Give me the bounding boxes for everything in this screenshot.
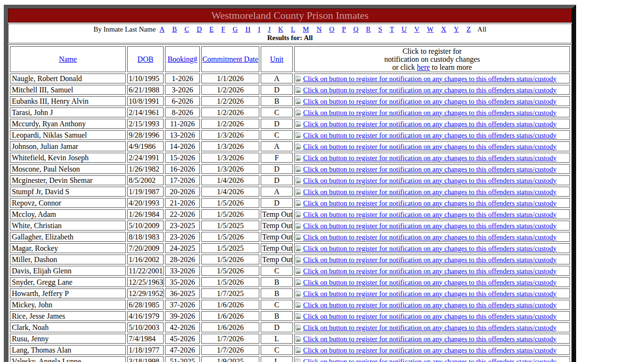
- letter-link-J[interactable]: J: [268, 25, 271, 33]
- notify-registration-link[interactable]: Click on button to register for notifica…: [296, 279, 557, 286]
- notify-registration-link[interactable]: Click on button to register for notifica…: [296, 211, 557, 218]
- notify-cell: Click on button to register for notifica…: [294, 96, 570, 106]
- letter-link-S[interactable]: S: [378, 25, 382, 33]
- letter-link-W[interactable]: W: [427, 25, 434, 33]
- inmate-name: Whitefield, Kevin Joseph: [10, 153, 126, 163]
- nav-prefix-label: By Inmate Last Name: [93, 25, 156, 33]
- letter-link-H[interactable]: H: [245, 25, 250, 33]
- notify-cell: Click on button to register for notifica…: [294, 255, 570, 264]
- letter-link-Z[interactable]: Z: [466, 25, 471, 33]
- letter-link-N[interactable]: N: [316, 25, 322, 33]
- notify-registration-link[interactable]: Click on button to register for notifica…: [296, 267, 557, 275]
- letter-link-T[interactable]: T: [390, 25, 394, 33]
- letter-link-C[interactable]: C: [184, 25, 189, 33]
- table-row: Whitefield, Kevin Joseph 2/24/1991 15-20…: [10, 153, 570, 163]
- notify-cell: Click on button to register for notifica…: [294, 288, 570, 298]
- learn-more-here-link[interactable]: here: [417, 63, 430, 71]
- inmate-booking-number: 15-2026: [165, 153, 200, 163]
- broken-image-icon[interactable]: [296, 358, 303, 362]
- notify-registration-link[interactable]: Click on button to register for notifica…: [296, 290, 557, 297]
- broken-image-icon[interactable]: [296, 324, 303, 331]
- letter-link-F[interactable]: F: [221, 25, 225, 33]
- broken-image-icon[interactable]: [296, 132, 303, 139]
- letter-link-Q[interactable]: Q: [353, 25, 358, 33]
- inmate-name: Repovz, Connor: [10, 198, 126, 208]
- notify-cell: Click on button to register for notifica…: [294, 198, 570, 208]
- notify-registration-link[interactable]: Click on button to register for notifica…: [296, 120, 557, 128]
- inmate-dob: 2/14/1961: [127, 107, 164, 117]
- inmate-name: Magar, Rockey: [10, 243, 126, 253]
- notify-registration-link[interactable]: Click on button to register for notifica…: [296, 165, 557, 173]
- letter-link-R[interactable]: R: [366, 25, 371, 33]
- letter-link-E[interactable]: E: [209, 25, 214, 33]
- notify-registration-link[interactable]: Click on button to register for notifica…: [296, 75, 557, 82]
- letter-link-O[interactable]: O: [329, 25, 334, 33]
- notify-registration-link[interactable]: Click on button to register for notifica…: [296, 109, 557, 116]
- broken-image-icon[interactable]: [296, 121, 303, 128]
- broken-image-icon[interactable]: [296, 75, 303, 82]
- letter-link-G[interactable]: G: [233, 25, 238, 33]
- notify-registration-link[interactable]: Click on button to register for notifica…: [296, 313, 557, 320]
- notify-registration-link[interactable]: Click on button to register for notifica…: [296, 177, 557, 184]
- letter-link-V[interactable]: V: [414, 25, 420, 33]
- letter-link-D[interactable]: D: [197, 25, 202, 33]
- notify-registration-link[interactable]: Click on button to register for notifica…: [296, 346, 557, 354]
- notify-registration-link[interactable]: Click on button to register for notifica…: [296, 233, 557, 241]
- broken-image-icon[interactable]: [296, 302, 303, 309]
- notify-header-line3-pre: or click: [392, 63, 415, 71]
- letter-link-B[interactable]: B: [172, 25, 177, 33]
- broken-image-icon[interactable]: [296, 166, 303, 173]
- results-label: Results for: All: [8, 33, 571, 42]
- notify-registration-link[interactable]: Click on button to register for notifica…: [296, 358, 557, 362]
- letter-link-K[interactable]: K: [278, 25, 283, 33]
- sort-commitment-date-link[interactable]: Commitment Date: [202, 55, 258, 63]
- notify-registration-link[interactable]: Click on button to register for notifica…: [296, 199, 557, 207]
- broken-image-icon[interactable]: [296, 143, 303, 150]
- broken-image-icon[interactable]: [296, 211, 303, 218]
- notify-registration-link[interactable]: Click on button to register for notifica…: [296, 143, 557, 150]
- broken-image-icon[interactable]: [296, 234, 303, 241]
- notify-registration-link[interactable]: Click on button to register for notifica…: [296, 245, 557, 252]
- notify-registration-link[interactable]: Click on button to register for notifica…: [296, 301, 557, 309]
- broken-image-icon[interactable]: [296, 222, 303, 230]
- broken-image-icon[interactable]: [296, 245, 303, 252]
- notify-registration-link[interactable]: Click on button to register for notifica…: [296, 86, 557, 94]
- broken-image-icon[interactable]: [296, 155, 303, 162]
- broken-image-icon[interactable]: [296, 200, 303, 207]
- notify-registration-link[interactable]: Click on button to register for notifica…: [296, 222, 557, 230]
- letter-link-X[interactable]: X: [441, 25, 446, 33]
- notify-registration-link[interactable]: Click on button to register for notifica…: [296, 188, 557, 196]
- broken-image-icon[interactable]: [296, 290, 303, 297]
- letter-link-L[interactable]: L: [291, 25, 295, 33]
- notify-registration-link[interactable]: Click on button to register for notifica…: [296, 98, 557, 105]
- letter-link-P[interactable]: P: [342, 25, 346, 33]
- broken-image-icon[interactable]: [296, 268, 303, 275]
- sort-dob-link[interactable]: DOB: [138, 55, 154, 63]
- broken-image-icon[interactable]: [296, 313, 303, 320]
- notify-registration-link[interactable]: Click on button to register for notifica…: [296, 132, 557, 139]
- broken-image-icon[interactable]: [296, 336, 303, 343]
- letter-link-A[interactable]: A: [159, 25, 165, 33]
- notify-registration-link[interactable]: Click on button to register for notifica…: [296, 335, 557, 343]
- letter-link-Y[interactable]: Y: [454, 25, 459, 33]
- broken-image-icon[interactable]: [296, 256, 303, 263]
- broken-image-icon[interactable]: [296, 87, 303, 94]
- notify-registration-link[interactable]: Click on button to register for notifica…: [296, 154, 557, 162]
- broken-image-icon[interactable]: [296, 109, 303, 116]
- broken-image-icon[interactable]: [296, 279, 303, 286]
- letter-link-U[interactable]: U: [402, 25, 407, 33]
- inmate-booking-number: 3-2026: [165, 85, 200, 95]
- letter-link-I[interactable]: I: [258, 25, 260, 33]
- notify-cell: Click on button to register for notifica…: [294, 221, 570, 230]
- sort-booking-link[interactable]: Booking#: [167, 55, 197, 63]
- notify-registration-link[interactable]: Click on button to register for notifica…: [296, 324, 557, 331]
- broken-image-icon[interactable]: [296, 177, 303, 184]
- broken-image-icon[interactable]: [296, 347, 303, 354]
- sort-name-link[interactable]: Name: [59, 55, 77, 63]
- sort-unit-link[interactable]: Unit: [270, 55, 283, 63]
- letter-link-M[interactable]: M: [303, 25, 309, 33]
- inmate-commitment-date: 1/2/2026: [201, 107, 259, 117]
- notify-registration-link[interactable]: Click on button to register for notifica…: [296, 256, 557, 263]
- broken-image-icon[interactable]: [296, 98, 303, 105]
- broken-image-icon[interactable]: [296, 189, 303, 196]
